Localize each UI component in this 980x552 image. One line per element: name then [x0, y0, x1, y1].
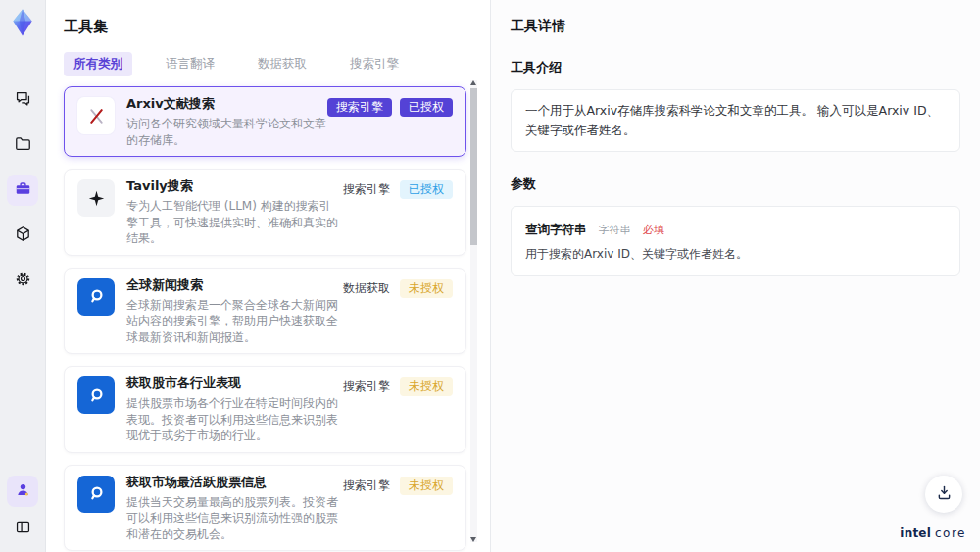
tool-description: 专为人工智能代理 (LLM) 构建的搜索引擎工具，可快速提供实时、准确和真实的结… — [126, 198, 341, 247]
sidebar-nav — [7, 84, 38, 296]
scroll-down-icon[interactable] — [470, 537, 476, 542]
folder-icon — [14, 134, 32, 156]
parameter-description: 用于搜索的Arxiv ID、关键字或作者姓名。 — [525, 246, 946, 263]
tool-status-badge: 已授权 — [400, 98, 453, 117]
tool-category-badge: 数据获取 — [341, 279, 392, 298]
tool-description: 提供股票市场各个行业在特定时间段内的表现。投资者可以利用这些信息来识别表现优于或… — [126, 395, 341, 444]
sidebar-item-files[interactable] — [7, 129, 38, 161]
parameter-card: 查询字符串 字符串 必填 用于搜索的Arxiv ID、关键字或作者姓名。 — [511, 206, 960, 276]
download-icon — [935, 483, 954, 505]
chat-icon — [14, 89, 32, 111]
tool-status-badge: 未授权 — [400, 279, 453, 298]
sidebar-item-account[interactable] — [7, 476, 38, 507]
tool-title: 获取股市各行业表现 — [126, 375, 341, 392]
sidebar-item-models[interactable] — [7, 220, 38, 251]
panel-toggle-icon — [14, 518, 32, 539]
tool-status-badge: 已授权 — [400, 180, 453, 199]
intro-heading: 工具介绍 — [511, 59, 960, 76]
sidebar-bottom — [7, 476, 38, 544]
download-button[interactable] — [925, 476, 962, 513]
news-search-icon — [77, 376, 115, 414]
toolbox-icon — [14, 179, 32, 201]
tool-status-badge: 未授权 — [400, 477, 453, 495]
sidebar-item-toolbox[interactable] — [7, 175, 38, 206]
app-logo diamond-logo-icon[interactable] — [8, 8, 37, 37]
list-scrollbar[interactable] — [470, 80, 477, 542]
tool-list-item[interactable]: Arxiv文献搜索 访问各个研究领域大量科学论文和文章的存储库。 搜索引擎 已授… — [64, 86, 466, 157]
news-search-icon — [77, 476, 115, 513]
tab-search-engine[interactable]: 搜索引擎 — [340, 52, 409, 76]
scrollbar-thumb[interactable] — [470, 88, 477, 245]
scroll-up-icon[interactable] — [470, 80, 476, 85]
app-window: 工具集 所有类别 语言翻译 数据获取 搜索引擎 Arxiv文献搜索 访问各个研究… — [0, 0, 980, 552]
tool-category-badge: 搜索引擎 — [327, 98, 392, 117]
tool-title: Tavily搜索 — [126, 177, 341, 195]
tool-title: Arxiv文献搜索 — [126, 95, 327, 113]
intel-brand-text: intel — [900, 527, 931, 540]
user-avatar-icon — [14, 480, 32, 502]
intel-core-logo: intelcore — [900, 527, 966, 540]
tool-title: 获取市场最活跃股票信息 — [126, 474, 341, 491]
cube-icon — [14, 225, 32, 246]
tool-details-panel: 工具详情 工具介绍 一个用于从Arxiv存储库搜索科学论文和文章的工具。 输入可… — [490, 0, 980, 552]
details-title: 工具详情 — [511, 18, 960, 35]
news-search-icon — [77, 278, 115, 316]
core-brand-text: core — [935, 527, 966, 540]
tool-category-badge: 搜索引擎 — [341, 377, 392, 396]
sidebar-item-collapse[interactable] — [7, 513, 38, 544]
sidebar-item-settings[interactable] — [7, 265, 38, 296]
arxiv-logo-icon — [77, 97, 115, 134]
tool-category-badge: 搜索引擎 — [341, 180, 392, 199]
tool-description: 全球新闻搜索是一个聚合全球各大新闻网站内容的搜索引擎，帮助用户快速获取全球最新资… — [126, 297, 341, 346]
tool-intro-text: 一个用于从Arxiv存储库搜索科学论文和文章的工具。 输入可以是Arxiv ID… — [511, 89, 960, 152]
tool-list-item[interactable]: Tavily搜索 专为人工智能代理 (LLM) 构建的搜索引擎工具，可快速提供实… — [64, 169, 466, 256]
parameter-name: 查询字符串 — [525, 222, 587, 236]
tool-title: 全球新闻搜索 — [126, 276, 341, 294]
tool-status-badge: 未授权 — [400, 377, 453, 396]
params-heading: 参数 — [511, 176, 960, 193]
category-tabs: 所有类别 语言翻译 数据获取 搜索引擎 — [64, 52, 466, 76]
tools-panel: 工具集 所有类别 语言翻译 数据获取 搜索引擎 Arxiv文献搜索 访问各个研究… — [46, 0, 490, 552]
sidebar — [0, 0, 46, 552]
sidebar-item-chat[interactable] — [7, 84, 38, 116]
page-title: 工具集 — [64, 18, 466, 36]
tool-category-badge: 搜索引擎 — [341, 477, 392, 495]
tool-list-item[interactable]: 获取股市各行业表现 提供股票市场各个行业在特定时间段内的表现。投资者可以利用这些… — [64, 366, 466, 453]
tavily-sparkle-icon — [77, 179, 115, 217]
tool-list-item[interactable]: 全球新闻搜索 全球新闻搜索是一个聚合全球各大新闻网站内容的搜索引擎，帮助用户快速… — [64, 268, 466, 355]
tool-list-item[interactable]: 获取市场最活跃股票信息 提供当天交易量最高的股票列表。投资者可以利用这些信息来识… — [64, 465, 466, 552]
tool-description: 提供当天交易量最高的股票列表。投资者可以利用这些信息来识别流动性强的股票和潜在的… — [126, 494, 341, 543]
tab-all-categories[interactable]: 所有类别 — [64, 52, 132, 76]
parameter-required-badge: 必填 — [643, 224, 664, 236]
tab-language-translation[interactable]: 语言翻译 — [156, 52, 224, 76]
tab-data-fetching[interactable]: 数据获取 — [248, 52, 317, 76]
tool-list: Arxiv文献搜索 访问各个研究领域大量科学论文和文章的存储库。 搜索引擎 已授… — [64, 86, 466, 552]
parameter-type: 字符串 — [599, 224, 631, 236]
settings-gear-icon — [14, 270, 32, 291]
tool-description: 访问各个研究领域大量科学论文和文章的存储库。 — [126, 116, 327, 148]
